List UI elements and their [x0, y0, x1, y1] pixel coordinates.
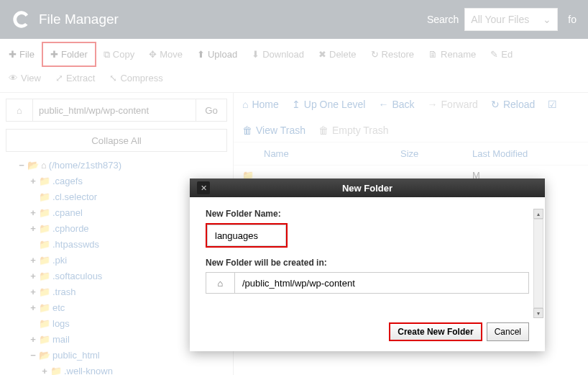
folder-name-label: New Folder Name:	[206, 209, 529, 219]
folder-icon: 📁	[50, 366, 62, 375]
download-button[interactable]: ⬇Download	[244, 42, 311, 67]
extract-icon: ⤢	[55, 73, 63, 83]
edit-icon: ✎	[490, 49, 498, 60]
path-input[interactable]	[33, 99, 196, 122]
restore-icon: ↻	[371, 49, 379, 60]
view-button[interactable]: 👁View	[1, 67, 48, 89]
search-scope-select[interactable]: All Your Files ⌄	[464, 8, 558, 31]
check-icon: ☑	[548, 99, 557, 110]
collapse-all-button[interactable]: Collapse All	[6, 129, 227, 152]
modal-footer: Create New Folder Cancel	[190, 315, 545, 351]
folder-icon: 📁	[39, 223, 50, 234]
home-icon-box: ⌂	[206, 272, 234, 294]
trash-icon: 🗑	[242, 125, 252, 136]
plus-icon: ✚	[9, 49, 17, 60]
new-file-button[interactable]: ✚File	[1, 42, 42, 67]
scroll-up-icon[interactable]: ▴	[533, 209, 543, 219]
folder-name-input[interactable]	[207, 225, 286, 246]
search-for-label: fo	[568, 14, 576, 25]
copy-icon: ⧉	[104, 49, 110, 60]
search-label: Search	[427, 14, 459, 25]
delete-button[interactable]: ✖Delete	[311, 42, 364, 67]
compress-button[interactable]: ⤡Compress	[102, 67, 170, 89]
column-modified[interactable]: Last Modified	[472, 148, 579, 159]
new-folder-button[interactable]: ✚Folder	[42, 42, 96, 67]
upload-icon: ⬆	[197, 49, 205, 60]
folder-icon: 📁	[39, 207, 50, 218]
modal-close-button[interactable]: ✕	[197, 181, 210, 194]
up-level-button[interactable]: ↥Up One Level	[292, 99, 366, 110]
app-header: File Manager Search All Your Files ⌄ fo	[0, 0, 588, 39]
reload-button[interactable]: ↻Reload	[491, 99, 535, 110]
move-icon: ✥	[149, 49, 157, 60]
search-scope-value: All Your Files	[471, 14, 529, 25]
path-row: ⌂ Go	[6, 99, 227, 122]
reload-icon: ↻	[491, 99, 500, 110]
home-icon: ⌂	[242, 99, 248, 110]
upload-button[interactable]: ⬆Upload	[190, 42, 244, 67]
right-toolbar: ⌂Home ↥Up One Level ←Back →Forward ↻Relo…	[234, 93, 588, 142]
tree-item[interactable]: −📂public_html +📁.well-known	[29, 348, 227, 375]
download-icon: ⬇	[252, 49, 259, 60]
home-icon: ⌂	[218, 278, 224, 289]
folder-icon: 📁	[39, 239, 50, 250]
folder-icon: 📁	[39, 176, 50, 186]
folder-name-highlight	[206, 223, 288, 248]
folder-path-label: New Folder will be created in:	[206, 258, 529, 268]
column-name[interactable]: Name	[242, 148, 400, 159]
scroll-track[interactable]	[533, 219, 543, 308]
folder-icon: 📁	[39, 286, 50, 297]
main-toolbar: ✚File ✚Folder ⧉Copy ✥Move ⬆Upload ⬇Downl…	[0, 39, 588, 93]
restore-button[interactable]: ↻Restore	[364, 42, 422, 67]
column-size[interactable]: Size	[400, 148, 472, 159]
folder-icon: 📁	[39, 334, 50, 345]
rename-icon: 🗎	[428, 49, 438, 60]
extract-button[interactable]: ⤢Extract	[48, 67, 102, 89]
delete-icon: ✖	[318, 49, 326, 60]
go-button[interactable]: Go	[196, 99, 227, 122]
modal-scrollbar[interactable]: ▴ ▾	[533, 209, 543, 298]
compress-icon: ⤡	[109, 73, 117, 83]
edit-button[interactable]: ✎Ed	[483, 42, 520, 67]
header-search: Search All Your Files ⌄ fo	[427, 8, 576, 31]
cpanel-logo	[12, 9, 32, 30]
modal-title: New Folder	[197, 183, 538, 194]
select-all-button[interactable]: ☑	[548, 99, 557, 110]
scroll-down-icon[interactable]: ▾	[533, 308, 543, 318]
eye-icon: 👁	[9, 73, 18, 83]
folder-path-input[interactable]	[234, 272, 529, 294]
plus-icon: ✚	[50, 49, 58, 60]
create-folder-button[interactable]: Create New Folder	[389, 322, 482, 341]
forward-icon: →	[428, 99, 438, 110]
folder-icon: 📁	[39, 271, 50, 281]
forward-button[interactable]: →Forward	[428, 99, 478, 110]
folder-open-icon: 📂	[39, 350, 50, 361]
back-button[interactable]: ←Back	[378, 99, 414, 110]
new-folder-modal: ✕ New Folder New Folder Name: New Folder…	[190, 179, 545, 351]
app-title: File Manager	[39, 12, 427, 27]
trash-icon: 🗑	[318, 125, 329, 136]
up-icon: ↥	[292, 99, 300, 110]
tree-item[interactable]: +📁.well-known	[40, 363, 227, 375]
empty-trash-button[interactable]: 🗑Empty Trash	[318, 125, 389, 136]
home-button[interactable]: ⌂	[6, 99, 33, 122]
folder-icon: 📁	[39, 191, 50, 202]
copy-button[interactable]: ⧉Copy	[96, 42, 142, 67]
cancel-button[interactable]: Cancel	[487, 322, 529, 341]
folder-icon: 📁	[39, 318, 50, 329]
move-button[interactable]: ✥Move	[142, 42, 190, 67]
back-icon: ←	[378, 99, 388, 110]
close-icon: ✕	[201, 184, 207, 193]
folder-icon: 📁	[39, 255, 50, 266]
modal-body: New Folder Name: New Folder will be crea…	[190, 197, 545, 315]
home-icon: ⌂	[41, 160, 47, 171]
view-trash-button[interactable]: 🗑View Trash	[242, 125, 306, 136]
folder-path-row: ⌂	[206, 272, 529, 294]
home-nav-button[interactable]: ⌂Home	[242, 99, 279, 110]
folder-open-icon: 📂	[27, 160, 39, 171]
rename-button[interactable]: 🗎Rename	[421, 42, 483, 67]
chevron-down-icon: ⌄	[543, 14, 551, 25]
file-table-header: Name Size Last Modified	[234, 142, 588, 166]
modal-header: ✕ New Folder	[190, 179, 545, 197]
folder-icon: 📁	[39, 302, 50, 313]
